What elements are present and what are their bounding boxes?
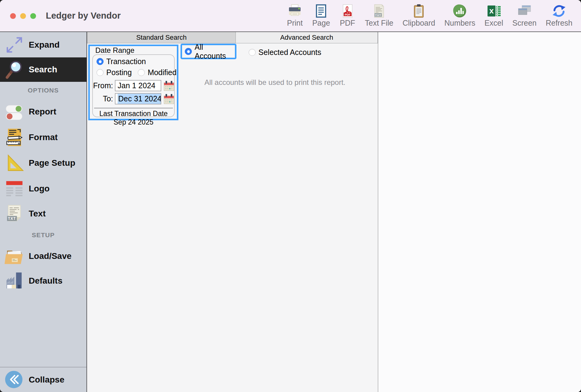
- toolbar-item-label: Print: [287, 19, 302, 27]
- sidebar-section-header-options: OPTIONS: [0, 82, 86, 99]
- from-calendar-button[interactable]: [164, 81, 174, 91]
- screen-icon: [517, 4, 532, 18]
- radio-dot: [97, 69, 104, 76]
- refresh-icon: [552, 4, 566, 18]
- radio-label: Posting: [106, 68, 132, 77]
- clipboard-button[interactable]: Clipboard: [403, 4, 435, 27]
- toolbar-item-label: Screen: [512, 19, 536, 27]
- logo-icon: [0, 179, 29, 199]
- tab-advanced-search[interactable]: Advanced Search: [236, 32, 378, 43]
- svg-text:x: x: [489, 6, 494, 15]
- sidebar-item-label: Text: [29, 209, 46, 219]
- date-range-panel: Date Range Transaction Posting Modified: [88, 45, 178, 120]
- radio-selected-accounts[interactable]: Selected Accounts: [249, 48, 321, 57]
- txt-badge: TXT: [8, 216, 16, 221]
- from-date-field[interactable]: Jan 1 2024: [115, 80, 161, 91]
- toolbar-item-label: Refresh: [546, 19, 572, 27]
- sidebar-item-expand[interactable]: Expand: [0, 32, 86, 57]
- defaults-factory-icon: [0, 271, 29, 291]
- excel-button[interactable]: x Excel: [484, 4, 503, 27]
- sidebar-item-label: Format: [29, 132, 58, 142]
- sidebar-item-load-save[interactable]: Load/Save: [0, 244, 86, 268]
- date-range-legend: Date Range: [95, 46, 177, 54]
- sidebar-item-collapse[interactable]: Collapse: [0, 367, 86, 392]
- collapse-icon: [0, 370, 29, 390]
- sidebar-item-label: Report: [29, 107, 56, 117]
- numbers-button[interactable]: Numbers: [444, 4, 475, 27]
- radio-dot: [138, 69, 145, 76]
- radio-transaction[interactable]: Transaction: [97, 57, 146, 66]
- text-file-button[interactable]: TXT Text File: [365, 4, 393, 27]
- sidebar-item-label: Expand: [29, 40, 60, 50]
- from-label: From:: [93, 81, 113, 90]
- sidebar-item-text[interactable]: TXT Text: [0, 201, 86, 226]
- text-file-icon: TXT: [372, 4, 386, 18]
- tab-standard-search[interactable]: Standard Search: [87, 32, 236, 43]
- print-button[interactable]: Print: [287, 4, 303, 27]
- groupbox-divider: [94, 108, 173, 108]
- radio-label: Transaction: [106, 57, 146, 66]
- expand-icon: [0, 35, 29, 55]
- txt-badge: TXT: [375, 14, 381, 17]
- load-save-folder-icon: [0, 246, 29, 266]
- zoom-window-button[interactable]: [30, 13, 36, 19]
- sidebar-item-label: Defaults: [29, 276, 62, 286]
- excel-icon: x: [487, 4, 501, 18]
- sidebar-item-logo[interactable]: Logo: [0, 176, 86, 201]
- to-label: To:: [93, 94, 113, 103]
- to-date-field[interactable]: Dec 31 2024: [115, 93, 161, 104]
- page-button[interactable]: Page: [312, 4, 330, 27]
- printer-icon: [287, 4, 302, 18]
- calendar-icon: [164, 81, 174, 91]
- selected-text: Dec 31 2024: [118, 94, 161, 104]
- page-setup-icon: [0, 153, 29, 173]
- sidebar-item-search[interactable]: Search: [0, 57, 86, 82]
- app-window: Ledger by Vendor Print: [0, 0, 581, 392]
- sidebar-item-report[interactable]: Report: [0, 99, 86, 125]
- radio-label: Modified: [148, 68, 177, 77]
- minimize-window-button[interactable]: [20, 13, 26, 19]
- format-icon: [0, 127, 29, 147]
- all-accounts-highlight-box: All Accounts: [181, 44, 236, 59]
- window-title: Ledger by Vendor: [46, 0, 121, 31]
- pdf-button[interactable]: PDF PDF: [339, 4, 356, 27]
- toolbar-item-label: Text File: [365, 19, 393, 27]
- search-icon: [0, 60, 29, 80]
- last-transaction-date: Sep 24 2025: [93, 118, 174, 126]
- accounts-message: All accounts will be used to print this …: [197, 78, 353, 87]
- search-tabbar: Standard Search Advanced Search: [87, 32, 378, 43]
- toolbar-item-label: PDF: [340, 19, 355, 27]
- sidebar-section-header-setup: SETUP: [0, 226, 86, 244]
- radio-posting[interactable]: Posting: [97, 68, 132, 77]
- sidebar-item-label: Collapse: [29, 375, 64, 385]
- screen-button[interactable]: Screen: [512, 4, 536, 27]
- sidebar: Expand Search OPTIONS: [0, 32, 87, 392]
- numbers-icon: [452, 4, 467, 18]
- sidebar-spacer: [0, 294, 86, 367]
- refresh-button[interactable]: Refresh: [546, 4, 572, 27]
- date-range-groupbox: Transaction Posting Modified From: Jan 1…: [92, 54, 175, 117]
- radio-modified[interactable]: Modified: [138, 68, 177, 77]
- page-icon: [314, 4, 328, 18]
- sidebar-item-defaults[interactable]: Defaults: [0, 268, 86, 294]
- close-window-button[interactable]: [10, 13, 16, 19]
- pdf-badge: PDF: [345, 13, 350, 16]
- report-toggles-icon: [0, 102, 29, 122]
- toolbar-item-label: Excel: [484, 19, 503, 27]
- radio-all-accounts[interactable]: All Accounts: [185, 43, 235, 60]
- calendar-icon: [164, 94, 174, 104]
- radio-dot: [249, 49, 256, 56]
- sidebar-item-label: Page Setup: [29, 158, 75, 168]
- report-preview-pane: [378, 32, 581, 392]
- radio-label: Selected Accounts: [258, 48, 321, 57]
- toolbar-item-label: Numbers: [444, 19, 475, 27]
- content-area: Standard Search Advanced Search Date Ran…: [87, 32, 581, 392]
- toolbar-item-label: Page: [312, 19, 330, 27]
- radio-label: All Accounts: [195, 43, 235, 60]
- clipboard-icon: [411, 4, 426, 18]
- last-transaction-label: Last Transaction Date: [93, 109, 174, 118]
- to-calendar-button[interactable]: [164, 94, 174, 104]
- sidebar-item-format[interactable]: Format: [0, 125, 86, 150]
- text-doc-icon: TXT: [0, 204, 29, 224]
- sidebar-item-page-setup[interactable]: Page Setup: [0, 150, 86, 176]
